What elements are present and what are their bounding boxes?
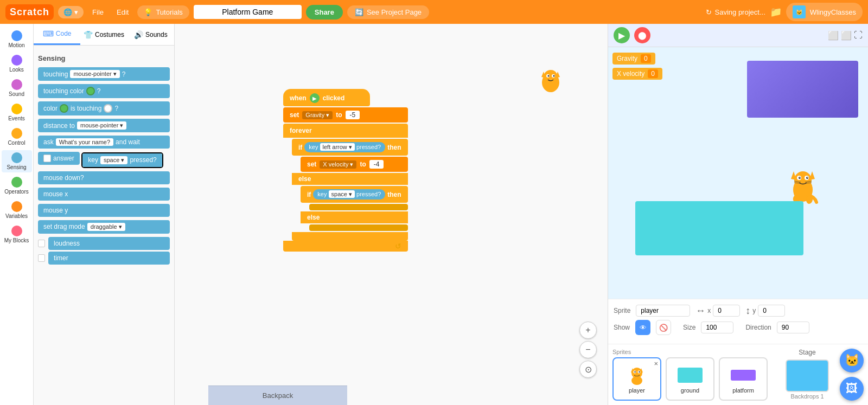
- block-answer[interactable]: answer: [38, 152, 80, 165]
- sprite-list-section: Sprites ×: [612, 349, 775, 401]
- backpack-bar[interactable]: Backpack: [208, 385, 347, 405]
- block-blank-1[interactable]: [309, 204, 408, 210]
- block-timer[interactable]: timer: [48, 252, 170, 265]
- block-key-pressed[interactable]: key space ▾ pressed?: [82, 153, 162, 167]
- color-picker-1[interactable]: [86, 87, 95, 95]
- sensing-dot: [11, 152, 22, 163]
- size-input[interactable]: [701, 322, 733, 333]
- project-name-input[interactable]: [194, 5, 302, 19]
- stage-backdrop-thumb[interactable]: [786, 359, 829, 392]
- share-button[interactable]: Share: [306, 5, 343, 20]
- direction-input[interactable]: [777, 322, 809, 333]
- block-set-xvelocity[interactable]: set X velocity ▾ to -4: [301, 157, 408, 172]
- sidebar-item-events[interactable]: Events: [2, 101, 32, 124]
- block-color-touching[interactable]: color is touching ?: [38, 101, 170, 115]
- sidebar-item-sound[interactable]: Sound: [2, 77, 32, 99]
- sidebar-item-operators[interactable]: Operators: [2, 175, 32, 197]
- sprite-item-ground[interactable]: ground: [666, 357, 714, 401]
- hat-block[interactable]: when ▶ clicked: [283, 89, 370, 106]
- block-mouse-y[interactable]: mouse y: [38, 204, 170, 217]
- scratch-mascot: [537, 67, 564, 96]
- file-menu[interactable]: File: [88, 6, 108, 18]
- block-forever[interactable]: forever: [283, 124, 408, 138]
- sidebar-item-myblocks[interactable]: My Blocks: [2, 223, 32, 246]
- add-backdrop-btn[interactable]: 🖼: [840, 377, 864, 401]
- zoom-controls: + − ⊙: [579, 322, 597, 378]
- block-blank-2[interactable]: [309, 224, 408, 231]
- stage-resize-btns: ⬜ ⬜ ⛶: [828, 30, 863, 41]
- block-touching[interactable]: touching mouse-pointer ▾ ?: [38, 67, 170, 81]
- sidebar-item-variables[interactable]: Variables: [2, 199, 32, 221]
- see-project-btn[interactable]: 🔄 See Project Page: [347, 5, 429, 19]
- svg-point-29: [634, 371, 635, 372]
- zoom-out-btn[interactable]: −: [579, 341, 597, 358]
- stage-area: ▶ ⬤ ⬜ ⬜ ⛶ Gravity 0 X velocity 0: [608, 24, 868, 405]
- blocks-panel: ⌨ Code 👕 Costumes 🔊 Sounds Sensing touch…: [34, 24, 175, 405]
- show-sprite-btn[interactable]: 👁: [635, 320, 650, 335]
- delete-player-icon[interactable]: ×: [654, 359, 658, 368]
- nav-globe-btn[interactable]: 🌐▾: [58, 6, 84, 18]
- looks-dot: [11, 55, 22, 66]
- x-coord: ↔ x: [695, 305, 740, 317]
- saving-indicator: ↻ Saving project...: [706, 8, 765, 16]
- sensing-header: Sensing: [38, 54, 170, 62]
- block-forever-end: ↺: [283, 241, 408, 252]
- svg-point-30: [639, 371, 640, 372]
- stage-fullscreen-btn[interactable]: ⛶: [854, 30, 863, 41]
- tab-costumes[interactable]: 👕 Costumes: [80, 24, 127, 45]
- user-menu[interactable]: 🐱 WlingyClasses: [786, 3, 863, 21]
- folder-icon[interactable]: 📁: [770, 6, 782, 18]
- block-ask-wait[interactable]: ask What's your name? and wait: [38, 136, 170, 149]
- ground-thumb: [676, 364, 704, 386]
- timer-checkbox[interactable]: [38, 254, 45, 262]
- x-coord-input[interactable]: [713, 305, 740, 317]
- sidebar-item-control[interactable]: Control: [2, 126, 32, 148]
- script-area[interactable]: when ▶ clicked set Gravity ▾ to -5 forev…: [175, 24, 608, 405]
- y-coord: ↕ y: [745, 305, 785, 317]
- block-else-1: else: [292, 173, 408, 185]
- y-coord-input[interactable]: [758, 305, 785, 317]
- sidebar-item-looks[interactable]: Looks: [2, 53, 32, 75]
- block-if-left-arrow[interactable]: if key left arrow ▾ pressed? then: [292, 139, 408, 156]
- sprite-info: Sprite ↔ x ↕ y Show 👁 🚫 Size: [608, 299, 868, 344]
- color-picker-3[interactable]: [104, 104, 112, 113]
- svg-point-9: [794, 171, 812, 189]
- sidebar-item-motion[interactable]: Motion: [2, 28, 32, 50]
- block-mouse-x[interactable]: mouse x: [38, 188, 170, 201]
- add-sprite-btn[interactable]: 🐱: [840, 349, 864, 372]
- svg-point-7: [553, 75, 555, 77]
- color-picker-2[interactable]: [60, 104, 68, 113]
- svg-point-16: [800, 177, 801, 178]
- platform-thumb: [730, 364, 757, 386]
- block-mouse-down[interactable]: mouse down?: [38, 171, 170, 184]
- block-set-gravity[interactable]: set Gravity ▾ to -5: [283, 107, 408, 123]
- stage-small-btn[interactable]: ⬜: [828, 30, 839, 41]
- zoom-in-btn[interactable]: +: [579, 322, 597, 339]
- hide-sprite-btn[interactable]: 🚫: [656, 320, 671, 335]
- scratch-logo[interactable]: Scratch: [5, 4, 54, 20]
- stage-normal-btn[interactable]: ⬜: [841, 30, 852, 41]
- loudness-checkbox[interactable]: [38, 240, 45, 247]
- block-end-if: [292, 232, 408, 241]
- block-set-drag-mode[interactable]: set drag mode draggable ▾: [38, 220, 170, 234]
- stop-btn[interactable]: ⬤: [634, 27, 650, 43]
- zoom-fit-btn[interactable]: ⊙: [579, 361, 597, 378]
- block-distance-to[interactable]: distance to mouse-pointer ▾: [38, 119, 170, 132]
- sprite-stage-panel: Sprites ×: [608, 344, 868, 405]
- tab-code[interactable]: ⌨ Code: [34, 24, 80, 45]
- sidebar-item-sensing[interactable]: Sensing: [2, 150, 32, 172]
- sprite-item-platform[interactable]: platform: [719, 357, 768, 401]
- avatar: 🐱: [793, 5, 806, 18]
- block-touching-color[interactable]: touching color ?: [38, 84, 170, 98]
- tab-sounds[interactable]: 🔊 Sounds: [127, 24, 174, 45]
- sprite-item-player[interactable]: × player: [612, 357, 661, 401]
- blocks-content: Sensing touching mouse-pointer ▾ ? touch…: [34, 46, 174, 405]
- var-xvelocity: X velocity 0: [612, 68, 662, 80]
- sprite-name-input[interactable]: [636, 305, 690, 317]
- green-flag-btn[interactable]: ▶: [614, 27, 630, 43]
- tutorials-btn[interactable]: 💡 Tutorials: [137, 5, 189, 19]
- block-loudness[interactable]: loudness: [48, 237, 170, 250]
- edit-menu[interactable]: Edit: [112, 6, 133, 18]
- block-if-space[interactable]: if key space ▾ pressed? then: [301, 186, 408, 203]
- answer-checkbox[interactable]: [43, 155, 51, 162]
